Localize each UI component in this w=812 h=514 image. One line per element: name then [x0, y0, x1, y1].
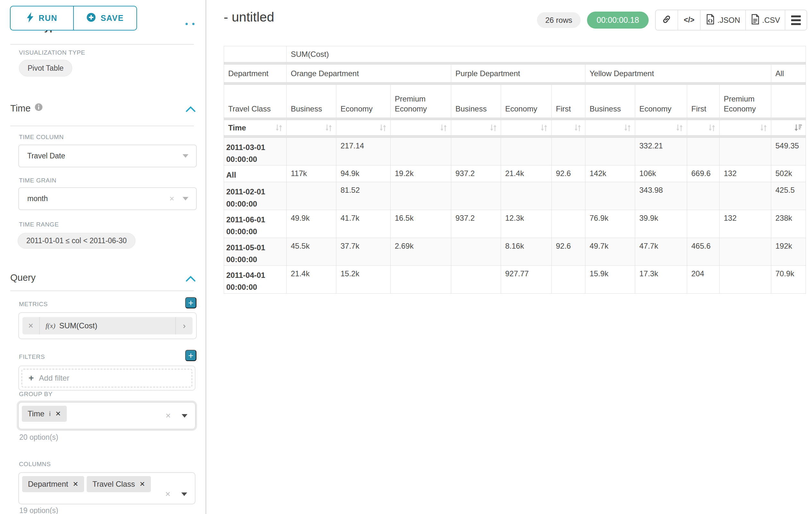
caret-down-icon [182, 414, 187, 417]
panel-splitter[interactable] [205, 0, 206, 514]
remove-tag-icon[interactable]: ✕ [55, 410, 61, 417]
clear-x-icon[interactable]: × [165, 489, 170, 499]
metric-main: f(x) SUM(Cost) [40, 317, 175, 334]
file-code-icon [706, 14, 715, 27]
caret-down-icon [183, 154, 188, 158]
group-by-tag-label: Time [28, 409, 44, 418]
group-by-label: GROUP BY [19, 390, 53, 398]
export-csv-button[interactable]: .CSV [745, 10, 785, 30]
cell [720, 238, 771, 265]
pivot-table: SUM(Cost)DepartmentOrange DepartmentPurp… [224, 46, 806, 294]
cell: 19.2k [390, 165, 451, 182]
cell [552, 266, 585, 293]
add-filter-plus-button[interactable]: + [185, 350, 196, 361]
time-section-heading: Time [10, 103, 43, 114]
section-divider [10, 44, 194, 45]
sort-toggle[interactable] [720, 120, 771, 136]
add-metric-button[interactable]: + [185, 297, 196, 308]
columns-tag-label: Travel Class [92, 480, 135, 489]
chevron-up-icon[interactable] [185, 106, 196, 114]
time-sort-header[interactable]: Time [224, 120, 287, 136]
metric-name: SUM(Cost) [59, 321, 97, 330]
table-row: All117k94.9k19.2k937.221.4k92.6142k106k6… [224, 165, 806, 182]
group-by-tag[interactable]: Time i ✕ [22, 406, 67, 422]
group-by-options-hint: 20 option(s) [19, 433, 58, 442]
time-range-pill[interactable]: 2011-01-01 ≤ col < 2011-06-30 [18, 233, 136, 249]
remove-tag-icon[interactable]: ✕ [72, 480, 78, 488]
cell [720, 266, 771, 293]
cell: 106k [635, 165, 687, 182]
save-button[interactable]: SAVE [73, 6, 137, 30]
cell [287, 138, 336, 165]
export-json-button[interactable]: .JSON [700, 10, 745, 30]
panel-drag-handle-dot[interactable] [185, 23, 188, 25]
cell: 49.7k [585, 238, 635, 265]
clear-x-icon[interactable]: × [166, 410, 171, 421]
sort-toggle[interactable] [501, 120, 552, 136]
cell: 47.7k [635, 238, 687, 265]
header-band [224, 83, 806, 85]
more-options-button[interactable] [785, 10, 807, 30]
sort-toggle[interactable] [336, 120, 390, 136]
info-icon[interactable]: i [49, 410, 51, 417]
sort-toggle[interactable] [585, 120, 635, 136]
add-filter-dropzone[interactable]: + Add filter [22, 369, 192, 387]
sort-toggle[interactable] [635, 120, 687, 136]
chart-title[interactable]: - untitled [224, 10, 274, 25]
column-class-header: Business [451, 85, 501, 118]
group-by-select[interactable]: Time i ✕ × [18, 402, 196, 429]
select-controls: × [166, 403, 195, 429]
time-column-select[interactable]: Travel Date [18, 144, 197, 167]
cell: 142k [585, 165, 635, 182]
sort-toggle[interactable] [451, 120, 501, 136]
columns-tag[interactable]: Travel Class✕ [87, 476, 151, 492]
metric-pill[interactable]: × f(x) SUM(Cost) › [23, 317, 193, 334]
travel-class-dimension-header: Travel Class [224, 85, 287, 118]
cell: 94.9k [336, 165, 390, 182]
cell: 76.9k [585, 210, 635, 238]
remove-tag-icon[interactable]: ✕ [139, 480, 145, 488]
sort-toggle[interactable] [687, 120, 720, 136]
time-column-value: Travel Date [27, 152, 183, 160]
time-grain-select[interactable]: month × [18, 187, 197, 210]
column-group-header: All [771, 64, 806, 83]
sort-toggle[interactable] [552, 120, 585, 136]
cell: 49.9k [287, 210, 336, 238]
chevron-up-icon[interactable] [185, 276, 196, 283]
cell: 238k [771, 210, 806, 238]
columns-select[interactable]: Department✕Travel Class✕ × [18, 472, 196, 504]
cell: 937.2 [451, 165, 501, 182]
chevron-right-icon[interactable]: › [175, 317, 193, 334]
clear-x-icon[interactable]: × [170, 194, 174, 204]
view-query-button[interactable]: </> [677, 10, 700, 30]
cell [451, 238, 501, 265]
chart-header-toolbar: 26 rows 00:00:00.18 </> .JSON [537, 10, 807, 30]
sort-toggle[interactable] [771, 120, 806, 136]
fx-icon: f(x) [46, 322, 56, 330]
select-controls: × [165, 489, 195, 499]
cell: 17.3k [635, 266, 687, 293]
metric-header: SUM(Cost) [287, 46, 806, 62]
visualization-type-pill[interactable]: Pivot Table [19, 60, 72, 77]
run-button[interactable]: RUN [10, 6, 74, 30]
panel-drag-handle-dot[interactable] [192, 23, 195, 25]
remove-metric-icon[interactable]: × [23, 317, 40, 334]
sort-arrows-icon [439, 124, 448, 132]
query-section-title: Query [10, 272, 36, 283]
cell [687, 210, 720, 238]
cell: 15.2k [336, 266, 390, 293]
time-grain-label: TIME GRAIN [19, 177, 57, 184]
cell [390, 266, 451, 293]
cell: 132 [720, 210, 771, 238]
column-class-header: Economy [501, 85, 552, 118]
export-button-group: </> .JSON .CSV [655, 10, 807, 30]
copy-link-button[interactable] [656, 10, 677, 30]
sort-toggle[interactable] [390, 120, 451, 136]
filters-label: FILTERS [19, 353, 45, 360]
row-count-badge: 26 rows [537, 12, 581, 28]
table-row: 2011-03-01 00:00:00217.14332.21549.35 [224, 138, 806, 165]
columns-tag[interactable]: Department✕ [22, 476, 84, 492]
columns-options-hint: 19 option(s) [19, 506, 58, 514]
sort-toggle[interactable] [287, 120, 336, 136]
cell: 669.6 [687, 165, 720, 182]
